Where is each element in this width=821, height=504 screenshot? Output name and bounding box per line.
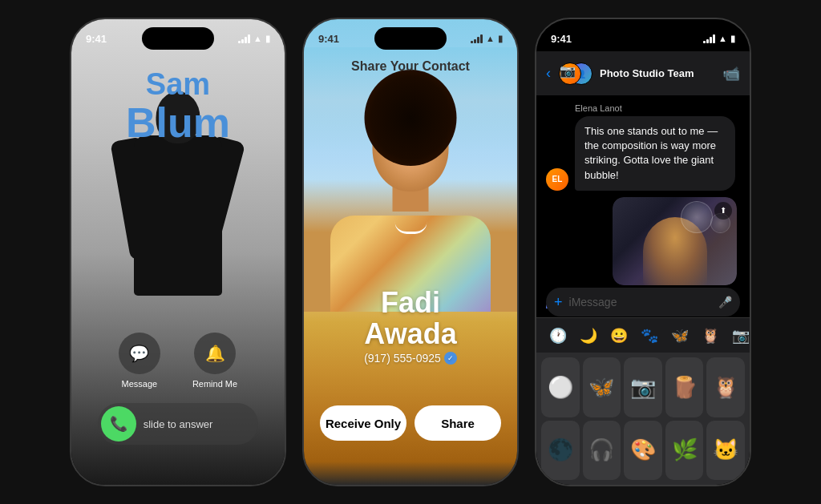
caller-last-name: Blum bbox=[71, 102, 285, 143]
group-avatars: 📷 👤 bbox=[559, 59, 595, 87]
status-time: 9:41 bbox=[86, 33, 107, 45]
sticker-wood[interactable]: 🪵 bbox=[665, 357, 704, 417]
slide-to-answer[interactable]: 📞 slide to answer bbox=[98, 403, 258, 445]
messages-area: Elena Lanot EL This one stands out to me… bbox=[536, 95, 750, 308]
sender-name: Elena Lanot bbox=[575, 103, 740, 113]
status-icons-2: ▲ ▮ bbox=[471, 34, 503, 44]
dynamic-island-3 bbox=[607, 27, 679, 50]
share-label: Share bbox=[441, 417, 475, 430]
emoji-category-bar: 🕐 🌙 😀 🐾 🦋 🦉 📷 bbox=[536, 317, 750, 353]
battery-icon-3: ▮ bbox=[730, 34, 735, 44]
bubble-effect bbox=[681, 201, 713, 233]
phone1-screen: 9:41 ▲ ▮ Sam Blum 💬 Messa bbox=[71, 19, 285, 485]
imessage-input[interactable]: iMessage bbox=[569, 296, 718, 308]
share-image-icon[interactable]: ⬆ bbox=[714, 202, 732, 220]
contact-photo-inner bbox=[304, 47, 517, 312]
person-torso bbox=[134, 135, 222, 296]
status-time-2: 9:41 bbox=[318, 33, 339, 45]
phone2-screen: 9:41 ▲ ▮ Share Your Contact bbox=[304, 19, 517, 485]
sticker-stickers[interactable]: 🎨 bbox=[624, 421, 662, 481]
messages-header: ‹ 📷 👤 Photo Studio Team 📹 bbox=[536, 51, 750, 95]
message-icon: 💬 bbox=[119, 333, 160, 374]
contact-hair bbox=[365, 70, 457, 166]
share-buttons: Receive Only Share bbox=[320, 405, 501, 441]
dynamic-island-2 bbox=[374, 27, 447, 50]
contact-phone: (917) 555-0925 ✓ bbox=[304, 352, 517, 365]
receive-only-label: Receive Only bbox=[326, 417, 401, 430]
wifi-icon-3: ▲ bbox=[718, 34, 727, 43]
remind-label: Remind Me bbox=[192, 379, 237, 389]
sticker-owl[interactable]: 🦉 bbox=[706, 357, 745, 417]
receive-only-button[interactable]: Receive Only bbox=[320, 405, 406, 441]
verified-badge: ✓ bbox=[444, 352, 457, 365]
status-icons: ▲ ▮ bbox=[238, 34, 270, 44]
contact-name-area: Fadi Awada (917) 555-0925 ✓ bbox=[304, 286, 517, 365]
emoji-owl-icon[interactable]: 🦉 bbox=[702, 327, 719, 345]
wifi-icon: ▲ bbox=[253, 34, 262, 43]
battery-icon: ▮ bbox=[265, 34, 270, 44]
status-icons-3: ▲ ▮ bbox=[703, 34, 735, 44]
slide-label: slide to answer bbox=[136, 418, 255, 430]
sticker-bubbles[interactable]: ⚪ bbox=[541, 357, 580, 417]
avatar-1: 📷 bbox=[559, 62, 581, 85]
status-time-3: 9:41 bbox=[551, 33, 572, 45]
emoji-camera-icon[interactable]: 📷 bbox=[732, 327, 750, 345]
sticker-butterfly[interactable]: 🦋 bbox=[583, 357, 621, 417]
emoji-butterfly-icon[interactable]: 🦋 bbox=[671, 327, 689, 345]
plus-icon[interactable]: + bbox=[554, 294, 563, 311]
back-button[interactable]: ‹ bbox=[546, 65, 551, 82]
image-message-row: ⬆ bbox=[546, 197, 740, 292]
image-message: ⬆ bbox=[613, 197, 737, 285]
sticker-grid: ⚪ 🦋 📷 🪵 🦉 🌑 🎧 🎨 🌿 🐱 bbox=[536, 353, 750, 485]
message-bubble-1: This one stands out to me — the composit… bbox=[575, 116, 735, 191]
contact-photo bbox=[304, 47, 517, 312]
emoji-animal-icon[interactable]: 🐾 bbox=[641, 327, 658, 345]
signal-icon-3 bbox=[703, 34, 715, 43]
phone-1: 9:41 ▲ ▮ Sam Blum 💬 Messa bbox=[70, 18, 286, 486]
sticker-headphones[interactable]: 🎧 bbox=[583, 421, 621, 481]
share-title: Share Your Contact bbox=[351, 59, 470, 73]
video-call-icon[interactable]: 📹 bbox=[722, 65, 740, 83]
sticker-cat[interactable]: 🐱 bbox=[706, 421, 745, 481]
sticker-leaf[interactable]: 🌿 bbox=[665, 421, 704, 481]
emoji-recent-icon[interactable]: 🕐 bbox=[549, 327, 567, 345]
remind-action[interactable]: 🔔 Remind Me bbox=[192, 333, 237, 389]
emoji-face-icon[interactable]: 😀 bbox=[610, 327, 628, 345]
imessage-bar[interactable]: + iMessage 🎤 bbox=[546, 288, 740, 317]
share-header: Share Your Contact bbox=[304, 59, 517, 74]
contact-last-name: Awada bbox=[304, 320, 517, 349]
phones-container: 9:41 ▲ ▮ Sam Blum 💬 Messa bbox=[0, 0, 821, 504]
contact-phone-number: (917) 555-0925 bbox=[364, 352, 441, 365]
message-text-1: This one stands out to me — the composit… bbox=[584, 125, 718, 181]
phone-2: 9:41 ▲ ▮ Share Your Contact bbox=[302, 18, 519, 486]
sticker-camera[interactable]: 📷 bbox=[624, 357, 662, 417]
share-button[interactable]: Share bbox=[415, 405, 501, 441]
caller-info: Sam Blum bbox=[71, 67, 285, 143]
message-label: Message bbox=[122, 379, 158, 389]
group-name: Photo Studio Team bbox=[600, 67, 694, 79]
message-row-1: EL This one stands out to me — the compo… bbox=[546, 116, 740, 191]
contact-first-name: Fadi bbox=[304, 286, 517, 320]
mic-icon[interactable]: 🎤 bbox=[718, 296, 732, 308]
signal-icon bbox=[238, 34, 250, 43]
phone3-screen: 9:41 ▲ ▮ ‹ 📷 👤 Photo Studio Team 📹 bbox=[536, 19, 750, 485]
message-action[interactable]: 💬 Message bbox=[119, 333, 160, 389]
caller-first-name: Sam bbox=[71, 67, 285, 102]
call-actions: 💬 Message 🔔 Remind Me bbox=[71, 333, 285, 389]
signal-icon-2 bbox=[471, 34, 483, 43]
remind-icon: 🔔 bbox=[194, 333, 236, 374]
answer-button[interactable]: 📞 bbox=[101, 406, 136, 442]
emoji-moon-icon[interactable]: 🌙 bbox=[580, 327, 597, 345]
battery-icon-2: ▮ bbox=[498, 34, 503, 44]
sticker-moon[interactable]: 🌑 bbox=[541, 421, 580, 481]
message-avatar-1: EL bbox=[546, 168, 568, 191]
phone-3: 9:41 ▲ ▮ ‹ 📷 👤 Photo Studio Team 📹 bbox=[535, 18, 751, 486]
wifi-icon-2: ▲ bbox=[486, 34, 495, 43]
dynamic-island bbox=[142, 27, 214, 50]
